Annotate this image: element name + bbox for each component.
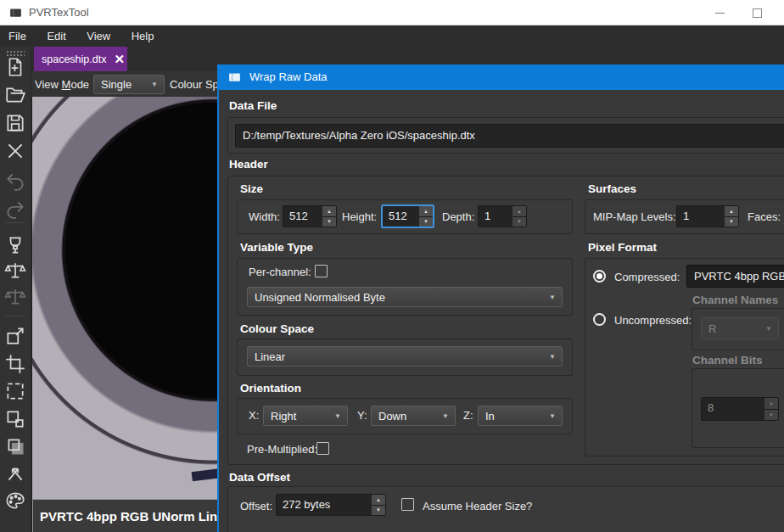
spin-up-icon[interactable]: ▲ (419, 206, 433, 216)
close-file-button[interactable] (4, 140, 26, 162)
chevron-down-icon: ▼ (334, 412, 341, 420)
canvas-resize-button[interactable] (4, 380, 26, 402)
chevron-down-icon: ▼ (549, 353, 556, 361)
width-spinner[interactable]: 512 ▲▼ (283, 205, 337, 227)
compressed-label: Compressed: (614, 271, 680, 283)
depth-spinner[interactable]: 1 ▲▼ (478, 205, 527, 227)
redo-icon (4, 198, 26, 220)
offset-value: 272 bytes (277, 495, 372, 515)
resize-button[interactable] (4, 325, 26, 347)
tab-close-icon[interactable]: ✕ (114, 53, 125, 65)
spin-down-icon[interactable]: ▼ (372, 506, 385, 516)
spin-down-icon[interactable]: ▼ (419, 217, 433, 227)
maximize-button[interactable] (740, 0, 774, 25)
height-label: Height: (342, 210, 377, 223)
encode-button[interactable] (4, 260, 26, 282)
spin-down-icon[interactable]: ▼ (725, 217, 738, 227)
save-button[interactable] (4, 112, 26, 134)
spin-up-icon[interactable]: ▲ (764, 398, 778, 409)
compressed-radio[interactable] (593, 270, 606, 283)
pixel-format-label: Pixel Format (588, 241, 657, 254)
view-mode-select[interactable]: Single ▼ (93, 75, 165, 94)
new-file-button[interactable] (4, 56, 26, 78)
spin-up-icon[interactable]: ▲ (372, 495, 385, 505)
flatten-layers-button[interactable] (4, 435, 26, 457)
colour-space-select[interactable]: Linear ▼ (247, 346, 563, 367)
dialog-app-icon (227, 70, 242, 84)
undo-button[interactable] (4, 170, 26, 192)
colour-space-value: Linear (255, 350, 285, 363)
redo-button[interactable] (4, 198, 26, 220)
flip-arrows-icon (4, 462, 26, 484)
compressed-format-select[interactable]: PVRTC 4bpp RGB (686, 265, 784, 288)
data-file-path-input[interactable]: D:/temp/Textures/Alpha Zero iOS/spaceshi… (235, 124, 784, 148)
layers-icon (4, 435, 26, 457)
data-offset-group: Offset: 272 bytes ▲▼ Assume Header Size? (227, 486, 784, 532)
colour-space-label: Colour Space (240, 322, 314, 335)
palette-icon (4, 490, 26, 512)
premultiplied-checkbox[interactable] (316, 442, 329, 455)
dialog-title-bar[interactable]: Wrap Raw Data (219, 64, 784, 90)
save-icon (4, 112, 26, 134)
spin-up-icon[interactable]: ▲ (512, 206, 526, 216)
per-channel-label: Per-channel: (249, 266, 311, 278)
premultiplied-label: Pre-Multiplied: (247, 443, 317, 456)
channel-bits-label: Channel Bits (692, 354, 763, 367)
compress-button[interactable] (4, 234, 26, 256)
toolbar-divider (5, 316, 25, 316)
depth-label: Depth: (442, 210, 474, 223)
variable-type-select[interactable]: Unsigned Normalised Byte ▼ (247, 287, 563, 307)
spin-down-icon[interactable]: ▼ (512, 217, 526, 227)
spin-down-icon[interactable]: ▼ (764, 410, 778, 421)
assume-header-size-label: Assume Header Size? (423, 500, 532, 512)
data-file-group: D:/temp/Textures/Alpha Zero iOS/spaceshi… (227, 117, 784, 154)
surfaces-label: Surfaces (588, 182, 636, 195)
mipmap-icon (4, 408, 26, 430)
spin-down-icon[interactable]: ▼ (322, 217, 336, 227)
crop-button[interactable] (4, 353, 26, 375)
channel-name-select[interactable]: R ▼ (701, 317, 779, 339)
open-folder-icon (4, 84, 26, 106)
assume-header-size-checkbox[interactable] (401, 498, 414, 511)
orientation-z-value: In (485, 410, 495, 423)
channel-bits-value: 8 (702, 398, 764, 420)
channel-names-group: R ▼ (692, 308, 784, 350)
clamp-icon (4, 234, 26, 256)
orientation-y-select[interactable]: Down ▼ (371, 406, 456, 426)
data-offset-label: Data Offset (229, 471, 290, 484)
width-value: 512 (283, 206, 322, 227)
offset-spinner[interactable]: 272 bytes ▲▼ (276, 494, 386, 516)
scales-icon (4, 260, 26, 282)
flip-button[interactable] (4, 462, 26, 484)
window-title: PVRTexTool (29, 0, 89, 25)
variable-type-label: Variable Type (240, 241, 313, 254)
uncompressed-radio[interactable] (593, 313, 606, 326)
open-file-button[interactable] (4, 84, 26, 106)
per-channel-checkbox[interactable] (315, 265, 328, 277)
menu-file[interactable]: File (0, 25, 35, 47)
menu-view[interactable]: View (78, 25, 119, 47)
compressed-format-value: PVRTC 4bpp RGB (694, 270, 784, 283)
orientation-label: Orientation (240, 382, 301, 395)
palette-button[interactable] (4, 490, 26, 512)
mipmap-levels-spinner[interactable]: 1 ▲▼ (676, 205, 739, 227)
orientation-x-select[interactable]: Right ▼ (263, 406, 348, 426)
height-spinner[interactable]: 512 ▲▼ (381, 204, 434, 228)
orientation-z-select[interactable]: In ▼ (478, 406, 563, 426)
tab-spaceship[interactable]: spaceship.dtx ✕ (34, 47, 127, 71)
spin-up-icon[interactable]: ▲ (725, 206, 738, 216)
orientation-y-value: Down (378, 410, 406, 423)
generate-mipmaps-button[interactable] (4, 408, 26, 430)
menu-help[interactable]: Help (123, 25, 163, 47)
channel-bits-spinner[interactable]: 8 ▲▼ (701, 397, 779, 421)
chevron-down-icon: ▼ (442, 412, 449, 420)
spin-up-icon[interactable]: ▲ (322, 206, 336, 216)
header-label: Header (229, 158, 268, 171)
orientation-z-label: Z: (463, 409, 473, 422)
analyse-button[interactable] (4, 286, 26, 308)
menu-edit[interactable]: Edit (38, 25, 74, 47)
chevron-down-icon: ▼ (549, 412, 556, 420)
minimize-button[interactable] (703, 0, 736, 25)
channel-bits-group: 8 ▲▼ (692, 368, 784, 448)
app-icon (8, 6, 23, 20)
